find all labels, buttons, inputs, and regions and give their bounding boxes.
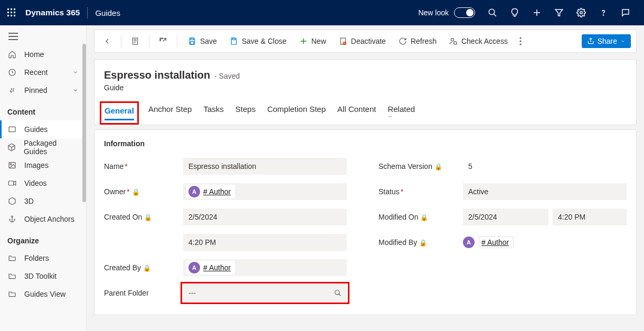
back-button[interactable] <box>100 35 115 48</box>
lock-icon: 🔒 <box>419 239 427 247</box>
brand-title: Dynamics 365 <box>25 8 80 17</box>
app-launcher-icon[interactable] <box>7 8 16 17</box>
svg-rect-3 <box>7 12 9 13</box>
label-parent-folder: Parent Folder <box>104 289 183 297</box>
sidebar-label: 3D Toolkit <box>24 272 56 280</box>
search-icon[interactable] <box>481 0 504 25</box>
svg-point-15 <box>580 12 583 14</box>
popout-icon[interactable] <box>156 35 171 48</box>
chat-icon[interactable] <box>614 0 637 25</box>
svg-rect-2 <box>14 8 15 10</box>
svg-line-10 <box>494 14 496 16</box>
svg-marker-26 <box>14 181 16 185</box>
svg-marker-14 <box>555 10 563 16</box>
chevron-down-icon <box>72 69 79 75</box>
tab-related[interactable]: Related <box>387 101 417 125</box>
svg-rect-37 <box>232 38 235 40</box>
tab-tasks[interactable]: Tasks <box>203 101 223 125</box>
owner-chip[interactable]: A # Author <box>186 185 235 198</box>
label-status: Status* <box>378 187 463 196</box>
svg-point-24 <box>10 164 12 165</box>
field-owner[interactable]: A # Author <box>183 183 347 200</box>
sidebar-group-content: Content <box>0 99 86 120</box>
save-button[interactable]: Save <box>184 35 221 48</box>
label-owner: Owner*🔒 <box>104 187 183 196</box>
top-bar: Dynamics 365 Guides New look <box>0 0 644 25</box>
lock-icon: 🔒 <box>143 264 151 272</box>
sidebar-item-guides-view[interactable]: Guides View <box>0 285 86 303</box>
sidebar-label: Folders <box>24 254 49 262</box>
check-access-button[interactable]: Check Access <box>445 35 512 48</box>
tab-all-content[interactable]: All Content <box>337 101 376 125</box>
sidebar-item-recent[interactable]: Recent <box>0 63 86 81</box>
help-icon[interactable] <box>592 0 614 25</box>
svg-point-9 <box>489 9 495 15</box>
sidebar-toggle-icon[interactable] <box>0 25 86 45</box>
modified-by-chip[interactable]: # Author <box>479 237 514 248</box>
tab-steps[interactable]: Steps <box>235 101 255 125</box>
svg-line-45 <box>456 44 457 44</box>
avatar: A <box>188 186 200 197</box>
sidebar-label: Videos <box>24 179 47 187</box>
sidebar-item-3d[interactable]: 3D <box>0 192 86 210</box>
sidebar-item-3d-toolkit[interactable]: 3D Toolkit <box>0 267 86 285</box>
created-by-chip[interactable]: A # Author <box>186 261 235 275</box>
sidebar-item-packaged-guides[interactable]: Packaged Guides <box>0 138 86 156</box>
sidebar-item-guides[interactable]: Guides <box>0 120 86 138</box>
assistant-icon[interactable] <box>504 0 526 25</box>
share-button[interactable]: Share <box>582 34 631 48</box>
new-button[interactable]: New <box>295 35 330 48</box>
tab-general[interactable]: General <box>105 103 134 120</box>
record-saved-indicator: - Saved <box>214 72 240 80</box>
field-created-on-date: 2/5/2024 <box>183 209 347 225</box>
form-selector-icon[interactable] <box>128 35 143 48</box>
svg-point-48 <box>519 43 521 45</box>
filter-icon[interactable] <box>548 0 570 25</box>
new-look-toggle[interactable] <box>454 7 475 18</box>
sidebar-item-images[interactable]: Images <box>0 156 86 174</box>
search-icon[interactable] <box>334 289 342 297</box>
refresh-button[interactable]: Refresh <box>394 35 441 48</box>
scrollbar-thumb[interactable] <box>82 44 86 202</box>
lock-icon: 🔒 <box>420 214 428 221</box>
guides-icon <box>7 125 17 134</box>
svg-point-44 <box>454 42 457 44</box>
svg-point-27 <box>12 216 13 217</box>
app-title: Guides <box>95 8 120 17</box>
label-modified-on: Modified On🔒 <box>378 213 463 221</box>
folder-icon <box>7 254 17 262</box>
field-created-on-time: 4:20 PM <box>183 234 347 251</box>
field-parent-folder[interactable]: --- <box>183 285 347 301</box>
field-status[interactable]: Active <box>463 183 627 200</box>
lock-icon: 🔒 <box>434 163 442 171</box>
lock-icon: 🔒 <box>144 214 152 221</box>
field-modified-by[interactable]: A # Author <box>463 237 627 248</box>
sidebar-item-videos[interactable]: Videos <box>0 174 86 192</box>
field-name[interactable]: Espresso installation <box>183 158 347 175</box>
avatar: A <box>463 237 475 248</box>
sidebar-label: Packaged Guides <box>24 139 79 156</box>
settings-icon[interactable] <box>570 0 592 25</box>
save-close-button[interactable]: Save & Close <box>225 35 291 48</box>
deactivate-button[interactable]: Deactivate <box>335 35 390 48</box>
tab-anchor-step[interactable]: Anchor Step <box>148 101 192 125</box>
sidebar-item-object-anchors[interactable]: Object Anchors <box>0 210 86 228</box>
chevron-down-icon <box>72 87 79 93</box>
overflow-button[interactable] <box>516 35 525 48</box>
sidebar-group-organize: Organize <box>0 228 86 249</box>
sidebar-item-folders[interactable]: Folders <box>0 249 86 267</box>
sidebar-label: Images <box>24 161 49 169</box>
pin-icon <box>7 86 17 94</box>
label-created-by: Created By🔒 <box>104 263 183 272</box>
add-icon[interactable] <box>526 0 548 25</box>
sidebar-label: Recent <box>24 68 48 77</box>
sidebar-item-pinned[interactable]: Pinned <box>0 81 86 99</box>
field-created-by[interactable]: A # Author <box>183 259 347 276</box>
sidebar-item-home[interactable]: Home <box>0 45 86 63</box>
svg-point-16 <box>603 15 603 15</box>
label-modified-by: Modified By🔒 <box>378 238 463 247</box>
svg-line-51 <box>339 294 341 296</box>
sidebar-label: Object Anchors <box>24 215 74 223</box>
tab-completion-step[interactable]: Completion Step <box>267 101 326 125</box>
svg-rect-1 <box>11 8 12 10</box>
